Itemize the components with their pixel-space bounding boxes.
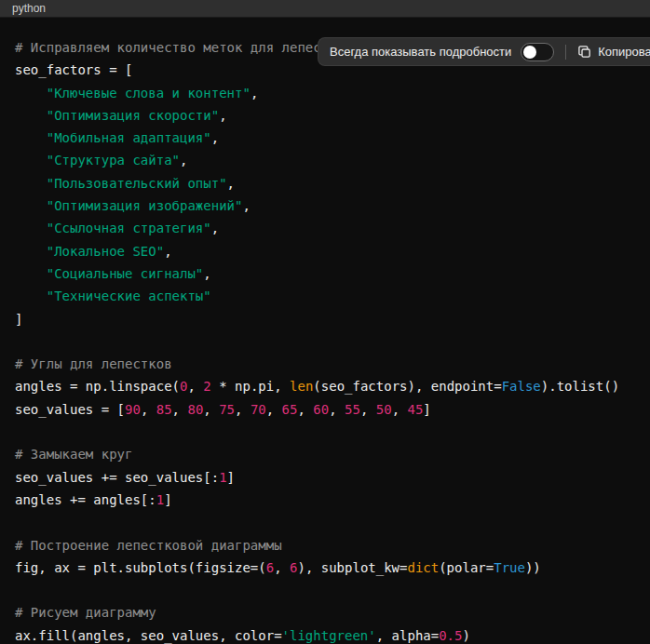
code-token: 55 (345, 402, 360, 417)
copy-code-button[interactable]: Копировать код (577, 45, 650, 59)
code-line: "Социальные сигналы", (15, 262, 635, 285)
code-token: angles = np.linspace( (15, 379, 180, 394)
code-token: "Технические аспекты" (47, 288, 211, 303)
code-token: 6 (266, 560, 274, 575)
code-token: , (227, 176, 235, 191)
code-token: angles += angles[: (15, 492, 156, 507)
code-token: True (494, 560, 525, 575)
code-token: , (164, 244, 171, 259)
code-token (15, 176, 47, 191)
code-token: seo_values += seo_values[: (15, 470, 219, 485)
code-line: "Пользовательский опыт", (15, 172, 635, 195)
code-token: , (392, 402, 408, 417)
code-token: "Мобильная адаптация" (47, 130, 211, 145)
code-token: , (329, 402, 345, 417)
code-token: 1 (219, 470, 226, 485)
code-token: "Локальное SEO" (47, 244, 164, 259)
code-token: ), subplot_kw= (297, 560, 407, 575)
code-token: "Ключевые слова и контент" (47, 86, 251, 101)
code-token: "Пользовательский опыт" (47, 176, 227, 191)
code-line: # Углы для лепестков (15, 353, 635, 375)
code-token: 'lightgreen' (282, 628, 376, 643)
code-token: 60 (313, 402, 329, 417)
code-token: 75 (219, 402, 235, 417)
code-token: , (211, 130, 219, 145)
code-token (15, 108, 47, 123)
code-token: seo_factors = [ (15, 62, 132, 77)
code-token: ] (164, 492, 171, 507)
code-line (15, 579, 635, 601)
code-block: # Исправляем количество меток для лепест… (0, 18, 650, 644)
code-token: , (172, 402, 188, 417)
code-token: , (251, 86, 258, 101)
code-token: , (242, 198, 250, 213)
always-show-details-toggle[interactable] (521, 43, 554, 61)
code-token: , alpha= (376, 628, 439, 643)
code-token: 50 (376, 402, 392, 417)
code-token: , (203, 266, 210, 281)
code-token: , (235, 402, 251, 417)
code-token (15, 288, 47, 303)
code-token: # Углы для лепестков (15, 356, 172, 371)
code-token: (polar= (439, 560, 494, 575)
code-token: ).tolist() (541, 379, 619, 394)
copy-code-label: Копировать код (598, 45, 650, 59)
code-token: "Оптимизация изображений" (47, 198, 243, 213)
code-token: , (360, 402, 376, 417)
code-token: 45 (407, 402, 423, 417)
code-token: 65 (282, 402, 298, 417)
code-token: , (187, 379, 203, 394)
code-line (15, 330, 635, 353)
code-token: 1 (156, 492, 164, 507)
code-token: 70 (251, 402, 266, 417)
code-line: "Оптимизация изображений", (15, 195, 635, 217)
code-token: , (141, 402, 156, 417)
code-token: seo_values = [ (15, 402, 125, 417)
code-token: ] (227, 470, 235, 485)
code-line: angles += angles[:1] (15, 489, 635, 511)
code-line: "Технические аспекты" (15, 285, 635, 307)
code-token: 90 (125, 402, 141, 417)
code-token: , (274, 560, 290, 575)
toolbar-divider (565, 45, 566, 60)
details-toolbar: Всегда показывать подробности Копировать… (318, 37, 650, 66)
code-line: # Замыкаем круг (15, 443, 635, 465)
code-line: seo_values += seo_values[:1] (15, 466, 635, 489)
code-token: , (219, 108, 226, 123)
code-token (15, 198, 47, 213)
code-line: # Рисуем диаграмму (15, 601, 635, 624)
code-line: angles = np.linspace(0, 2 * np.pi, len(s… (15, 375, 635, 397)
code-token (15, 130, 47, 145)
toggle-knob (523, 46, 536, 59)
code-token: , (211, 221, 219, 235)
code-line: "Локальное SEO", (15, 240, 635, 262)
code-language-label: python (12, 0, 46, 18)
code-line: ax.fill(angles, seo_values, color='light… (15, 624, 635, 644)
code-token: fig, ax = plt.subplots(figsize=( (15, 560, 266, 575)
code-token: ax.fill(angles, seo_values, color= (15, 628, 282, 643)
code-token: ) (462, 628, 469, 643)
code-line (15, 421, 635, 443)
code-token (15, 86, 47, 101)
code-token: )) (525, 560, 541, 575)
code-token: 80 (187, 402, 203, 417)
copy-icon (577, 45, 591, 59)
code-line: "Оптимизация скорости", (15, 104, 635, 127)
code-token: # Замыкаем круг (15, 447, 132, 462)
code-token: , (297, 402, 313, 417)
code-line: "Ключевые слова и контент", (15, 82, 635, 104)
code-header: python (0, 0, 650, 18)
code-line: # Построение лепестковой диаграммы (15, 534, 635, 557)
code-token: "Социальные сигналы" (47, 266, 204, 281)
code-line (15, 511, 635, 533)
code-line: "Структура сайта", (15, 149, 635, 171)
code-token: , (180, 153, 187, 168)
code-token: , (266, 402, 282, 417)
code-line: fig, ax = plt.subplots(figsize=(6, 6), s… (15, 557, 635, 579)
code-token: "Структура сайта" (47, 153, 180, 168)
code-token: 0.5 (439, 628, 462, 643)
code-token: * np.pi, (211, 379, 290, 394)
code-token: 85 (156, 402, 172, 417)
code-snippet-window: python # Исправляем количество меток для… (0, 0, 650, 644)
code-token: "Ссылочная стратегия" (47, 221, 211, 235)
